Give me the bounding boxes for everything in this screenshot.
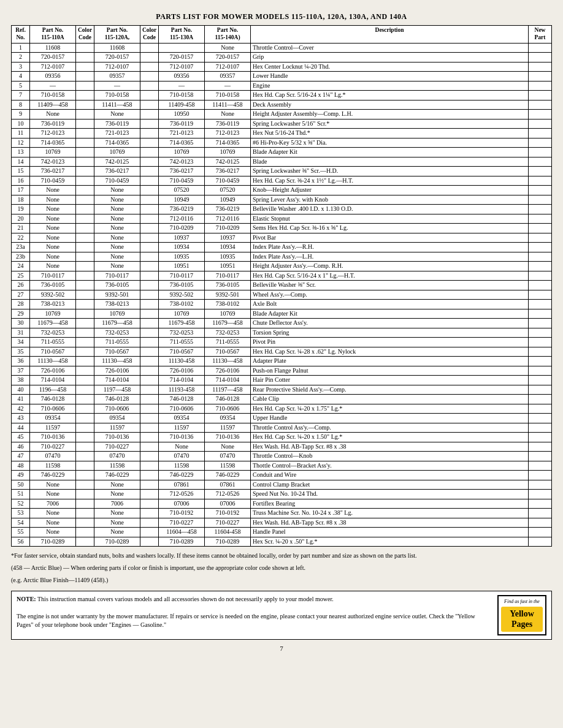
table-cell: 19	[12, 205, 30, 214]
table-cell	[529, 376, 552, 385]
table-row: 42710-0606710-0606710-0606710-0606Hex Hd…	[12, 404, 552, 414]
table-cell: None	[30, 195, 76, 205]
table-cell: 7006	[94, 499, 140, 509]
table-cell: Fortiflex Bearing	[251, 499, 529, 509]
table-cell: 710-0158	[30, 91, 76, 100]
table-row: 52700670060700607006Fortiflex Bearing	[12, 499, 552, 509]
table-cell: 711-0555	[30, 338, 76, 347]
table-cell	[76, 537, 94, 547]
yp-find-text: Find as fast in the	[501, 599, 543, 605]
page-number: 7	[11, 645, 552, 652]
table-cell: None	[30, 110, 76, 119]
table-cell: 736-0119	[94, 119, 140, 129]
table-cell	[529, 404, 552, 414]
table-cell: None	[94, 214, 140, 224]
table-cell: 11130—458	[205, 357, 251, 366]
table-cell: Speed Nut No. 10-24 Thd.	[251, 490, 529, 499]
table-cell: 726-0106	[94, 366, 140, 376]
table-cell: 11608	[94, 43, 140, 53]
table-cell	[529, 262, 552, 271]
table-cell: Height Adjuster Assembly—Comp. L.H.	[251, 110, 529, 119]
table-cell: Index Plate Ass'y.—L.H.	[251, 252, 529, 262]
table-cell	[529, 290, 552, 300]
table-cell	[529, 461, 552, 471]
table-cell: Pivot Bar	[251, 233, 529, 243]
col-header-part130: Part No.115-130A	[159, 26, 205, 44]
table-cell: Rear Protective Shield Ass'y.—Comp.	[251, 385, 529, 395]
table-cell: 10	[12, 119, 30, 129]
table-cell	[140, 404, 159, 414]
table-cell: 34	[12, 338, 30, 347]
table-cell: 710-0117	[94, 271, 140, 281]
note-line2: The engine is not under warranty by the …	[17, 612, 491, 629]
table-cell: 746-0128	[205, 395, 251, 404]
table-cell: 24	[12, 262, 30, 271]
table-cell: 710-0606	[30, 404, 76, 414]
table-cell: None	[94, 490, 140, 499]
table-cell: 736-0217	[159, 167, 205, 176]
table-cell	[76, 53, 94, 63]
table-cell: 12	[12, 138, 30, 148]
col-header-part120: Part No.115-120A,	[94, 26, 140, 44]
table-cell: Hex Center Locknut ¼-20 Thd.	[251, 62, 529, 72]
col-header-desc: Description	[251, 26, 529, 44]
table-cell	[76, 366, 94, 376]
table-cell: 10937	[159, 233, 205, 243]
table-row: 5————Engine	[12, 81, 552, 91]
table-cell: 36	[12, 357, 30, 366]
table-cell: 742-0125	[94, 157, 140, 167]
table-cell	[140, 300, 159, 309]
table-cell	[529, 442, 552, 452]
table-cell: 714-0365	[159, 138, 205, 148]
table-cell: None	[94, 224, 140, 233]
table-cell: 11193-458	[159, 385, 205, 395]
table-row: 38714-0104714-0104714-0104714-0104Hair P…	[12, 376, 552, 385]
table-cell: 5	[12, 81, 30, 91]
table-cell	[140, 72, 159, 82]
table-cell	[76, 62, 94, 72]
table-row: 15736-0217736-0217736-0217736-0217Spring…	[12, 167, 552, 176]
table-cell: 51	[12, 490, 30, 499]
table-cell	[140, 376, 159, 385]
table-cell: 712-0107	[30, 62, 76, 72]
table-cell: 710-0227	[94, 442, 140, 452]
table-cell: 720-0157	[159, 53, 205, 63]
table-cell: 736-0217	[30, 167, 76, 176]
table-cell: 11130-458	[159, 357, 205, 366]
table-cell: 47	[12, 452, 30, 461]
table-cell	[140, 148, 159, 157]
table-cell	[529, 43, 552, 53]
table-cell: 49	[12, 471, 30, 480]
table-cell: Push-on Flange Palnut	[251, 366, 529, 376]
table-cell: 710-0158	[94, 91, 140, 100]
table-cell	[76, 148, 94, 157]
table-cell: #6 Hi-Pro-Key 5/32 x ⅝" Dia.	[251, 138, 529, 148]
table-cell: Hex Hd. Cap Scr. 5/16-24 x 1¼" Lg.*	[251, 91, 529, 100]
table-cell	[529, 490, 552, 499]
table-cell: 712-0107	[159, 62, 205, 72]
table-cell: Engine	[251, 81, 529, 91]
table-cell: 11409—458	[30, 100, 76, 110]
table-cell: 2	[12, 53, 30, 63]
table-cell: 43	[12, 414, 30, 423]
table-cell	[140, 338, 159, 347]
table-cell: 710-0606	[205, 404, 251, 414]
table-cell: 07861	[205, 480, 251, 490]
table-cell: 35	[12, 347, 30, 357]
table-cell: 736-0219	[159, 205, 205, 214]
table-cell: 10950	[159, 110, 205, 119]
table-cell	[529, 518, 552, 528]
table-cell: 710-0227	[205, 518, 251, 528]
table-cell: 07520	[205, 186, 251, 195]
table-row: 41746-0128746-0128746-0128746-0128Cable …	[12, 395, 552, 404]
table-cell: None	[94, 195, 140, 205]
table-row: 14742-0123742-0125742-0123742-0125Blade	[12, 157, 552, 167]
table-cell: None	[30, 224, 76, 233]
table-cell: 714-0104	[94, 376, 140, 385]
table-cell: 11604—458	[159, 528, 205, 537]
table-cell: 18	[12, 195, 30, 205]
table-cell	[76, 233, 94, 243]
table-row: 31732-0253732-0253732-0253732-0253Torsio…	[12, 328, 552, 338]
table-cell: Hex Hd. Cap Scr. ¼-20 x 1.75" Lg.*	[251, 404, 529, 414]
table-cell: 710-0158	[205, 91, 251, 100]
